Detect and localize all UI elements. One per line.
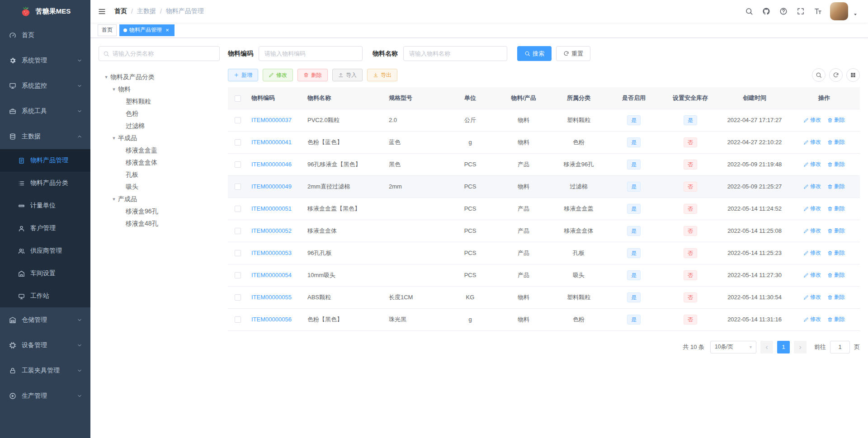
material-code-link[interactable]: ITEM00000054 <box>251 272 292 278</box>
material-name-input[interactable] <box>403 46 507 61</box>
caret-down-icon[interactable]: ▾ <box>110 86 118 92</box>
caret-down-icon[interactable] <box>853 12 858 17</box>
sidebar-subitem-2[interactable]: 计量单位 <box>0 194 90 217</box>
material-code-link[interactable]: ITEM00000056 <box>251 316 292 323</box>
material-code-link[interactable]: ITEM00000037 <box>251 117 292 123</box>
delete-row-link[interactable]: 删除 <box>827 138 845 146</box>
edit-row-link[interactable]: 修改 <box>803 227 821 235</box>
tree-node[interactable]: ▾物料及产品分类 <box>99 71 220 83</box>
row-checkbox[interactable] <box>235 272 241 278</box>
page-1-button[interactable]: 1 <box>777 341 790 353</box>
edit-row-link[interactable]: 修改 <box>803 138 821 146</box>
sidebar-item-3[interactable]: 系统工具 <box>0 99 90 124</box>
sidebar-subitem-3[interactable]: 客户管理 <box>0 217 90 240</box>
row-checkbox[interactable] <box>235 139 241 146</box>
delete-row-link[interactable]: 删除 <box>827 116 845 124</box>
select-all-checkbox[interactable] <box>235 95 241 102</box>
row-checkbox[interactable] <box>235 161 241 168</box>
add-button[interactable]: 新增 <box>228 69 258 81</box>
sidebar-subitem-4[interactable]: 供应商管理 <box>0 240 90 262</box>
row-checkbox[interactable] <box>235 117 241 123</box>
search-button[interactable]: 搜索 <box>517 46 552 61</box>
sidebar-item-6[interactable]: 设备管理 <box>0 333 90 358</box>
sidebar-subitem-0[interactable]: 物料产品管理 <box>0 149 90 172</box>
sidebar-toggle-icon[interactable] <box>98 7 106 16</box>
category-search-input[interactable] <box>99 46 220 61</box>
sidebar-subitem-6[interactable]: 工作站 <box>0 285 90 307</box>
delete-row-link[interactable]: 删除 <box>827 183 845 190</box>
tree-node[interactable]: 移液盒48孔 <box>99 217 220 230</box>
material-code-link[interactable]: ITEM00000052 <box>251 227 292 234</box>
sidebar-item-5[interactable]: 仓储管理 <box>0 307 90 333</box>
edit-row-link[interactable]: 修改 <box>803 249 821 257</box>
edit-row-link[interactable]: 修改 <box>803 205 821 212</box>
edit-row-link[interactable]: 修改 <box>803 183 821 190</box>
sidebar-item-0[interactable]: 首页 <box>0 23 90 48</box>
sidebar-item-4[interactable]: 主数据 <box>0 124 90 149</box>
row-checkbox[interactable] <box>235 206 241 212</box>
sidebar-item-7[interactable]: 工装夹具管理 <box>0 358 90 383</box>
delete-button[interactable]: 删除 <box>297 69 328 81</box>
tab-0[interactable]: 首页 <box>98 24 117 36</box>
search-tool-button[interactable] <box>812 68 826 82</box>
sidebar-item-2[interactable]: 系统监控 <box>0 73 90 99</box>
close-icon[interactable]: × <box>164 27 170 33</box>
delete-row-link[interactable]: 删除 <box>827 205 845 212</box>
edit-row-link[interactable]: 修改 <box>803 293 821 301</box>
tree-node[interactable]: ▾产成品 <box>99 193 220 205</box>
row-checkbox[interactable] <box>235 184 241 190</box>
material-code-link[interactable]: ITEM00000053 <box>251 250 292 256</box>
edit-row-link[interactable]: 修改 <box>803 271 821 279</box>
caret-down-icon[interactable]: ▾ <box>110 135 118 141</box>
material-code-link[interactable]: ITEM00000041 <box>251 139 292 146</box>
sidebar-subitem-1[interactable]: 物料产品分类 <box>0 172 90 194</box>
tree-node[interactable]: 过滤棉 <box>99 120 220 132</box>
reset-button[interactable]: 重置 <box>556 46 590 61</box>
delete-row-link[interactable]: 删除 <box>827 271 845 279</box>
delete-row-link[interactable]: 删除 <box>827 316 845 323</box>
sidebar-item-1[interactable]: 系统管理 <box>0 48 90 73</box>
tree-node[interactable]: 移液盒盒盖 <box>99 144 220 156</box>
font-size-icon[interactable] <box>814 7 822 15</box>
github-icon[interactable] <box>762 7 770 15</box>
delete-row-link[interactable]: 删除 <box>827 160 845 168</box>
search-icon[interactable] <box>745 7 753 15</box>
tree-node[interactable]: 孔板 <box>99 169 220 181</box>
import-button[interactable]: 导入 <box>332 69 363 81</box>
row-checkbox[interactable] <box>235 316 241 323</box>
fullscreen-icon[interactable] <box>797 7 805 15</box>
sidebar-subitem-5[interactable]: 车间设置 <box>0 262 90 285</box>
material-code-link[interactable]: ITEM00000049 <box>251 183 292 190</box>
material-code-link[interactable]: ITEM00000046 <box>251 161 292 168</box>
tree-node[interactable]: 塑料颗粒 <box>99 95 220 108</box>
avatar[interactable] <box>830 2 848 20</box>
tree-node[interactable]: ▾物料 <box>99 83 220 95</box>
material-code-input[interactable] <box>259 46 363 61</box>
goto-page-input[interactable] <box>830 341 850 353</box>
next-page-button[interactable]: › <box>794 341 807 353</box>
grid-tool-button[interactable] <box>846 68 860 82</box>
tab-1[interactable]: 物料产品管理× <box>119 24 175 36</box>
material-code-link[interactable]: ITEM00000051 <box>251 205 292 212</box>
prev-page-button[interactable]: ‹ <box>760 341 773 353</box>
material-code-link[interactable]: ITEM00000055 <box>251 294 292 301</box>
question-icon[interactable] <box>779 7 788 15</box>
tree-node[interactable]: ▾半成品 <box>99 132 220 144</box>
row-checkbox[interactable] <box>235 250 241 256</box>
tree-node[interactable]: 色粉 <box>99 108 220 120</box>
delete-row-link[interactable]: 删除 <box>827 249 845 257</box>
tree-node[interactable]: 移液盒96孔 <box>99 205 220 217</box>
export-button[interactable]: 导出 <box>367 69 397 81</box>
row-checkbox[interactable] <box>235 294 241 301</box>
row-checkbox[interactable] <box>235 228 241 234</box>
edit-row-link[interactable]: 修改 <box>803 116 821 124</box>
sidebar-item-8[interactable]: 生产管理 <box>0 383 90 409</box>
delete-row-link[interactable]: 删除 <box>827 227 845 235</box>
tree-node[interactable]: 移液盒盒体 <box>99 156 220 169</box>
page-size-select[interactable]: 10条/页 ▾ <box>710 341 756 353</box>
edit-button[interactable]: 修改 <box>263 69 293 81</box>
delete-row-link[interactable]: 删除 <box>827 293 845 301</box>
caret-down-icon[interactable]: ▾ <box>102 74 110 80</box>
caret-down-icon[interactable]: ▾ <box>110 196 118 202</box>
breadcrumb-item-0[interactable]: 首页 <box>114 7 127 15</box>
